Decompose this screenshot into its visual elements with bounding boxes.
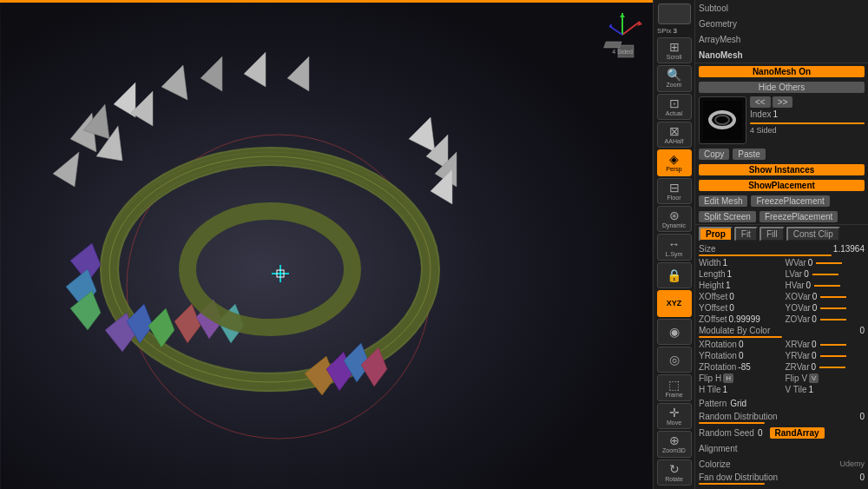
alignment-label: Alignment xyxy=(699,444,737,453)
nav-prev-button[interactable]: << xyxy=(750,96,771,108)
persp-tool-button[interactable]: ◈ Persp xyxy=(657,149,692,175)
lock-button[interactable]: 🔒 xyxy=(657,262,692,288)
zrvar-label: ZRVar xyxy=(786,362,810,372)
geometry-row: Geometry xyxy=(695,16,868,31)
show-instances-row: Show Instances xyxy=(695,162,868,177)
random-dist-slider[interactable] xyxy=(699,422,765,424)
index-slider[interactable] xyxy=(750,122,865,124)
aahalf-tool-button[interactable]: ⊠ AAHalf xyxy=(657,122,692,148)
prop-tab-button[interactable]: Prop xyxy=(699,227,733,241)
edit-mesh-button[interactable]: Edit Mesh xyxy=(699,195,747,207)
preview-row: << >> Index 1 4 Sided xyxy=(695,95,868,146)
flipv-button[interactable]: V xyxy=(809,373,819,383)
nanomesh-on-button[interactable]: NanoMesh On xyxy=(699,66,865,77)
floor-label: Floor xyxy=(667,195,681,201)
yovar-label: YOVar xyxy=(786,303,811,313)
show-instances-button[interactable]: Show Instances xyxy=(699,164,865,175)
fan-dow-slider[interactable] xyxy=(699,483,765,485)
rotate-icon: ↻ xyxy=(669,463,680,475)
zrotation-row: ZRotation -85 ZRVar 0 xyxy=(695,361,868,373)
zoom3d-label: Zoom3D xyxy=(662,447,686,453)
nav-next-button[interactable]: >> xyxy=(773,96,793,108)
lsym-label: L.Sym xyxy=(666,251,683,257)
dynamic-label: Dynamic xyxy=(662,222,686,228)
zrvar-value: 0 xyxy=(811,362,816,372)
const-clip-tab-button[interactable]: Const Clip xyxy=(786,227,840,241)
floor-tool-button[interactable]: ⊟ Floor xyxy=(657,178,692,204)
hvar-label: HVar xyxy=(786,281,805,290)
bpr-button[interactable] xyxy=(658,3,691,24)
svg-rect-0 xyxy=(1,0,652,489)
viewport[interactable]: 4 Sided xyxy=(0,0,653,489)
light2-icon: ◎ xyxy=(669,354,680,366)
zovar-slider[interactable] xyxy=(820,319,846,320)
right-toolbar: SPix 3 ⊞ Scroll 🔍 Zoom ⊡ Actual ⊠ AAHalf… xyxy=(653,0,694,489)
lsym-tool-button[interactable]: ↔ L.Sym xyxy=(657,234,692,260)
scroll-tool-button[interactable]: ⊞ Scroll xyxy=(657,37,692,63)
show-placement-row: ShowPlacement xyxy=(695,177,868,193)
xoffset-value: 0 xyxy=(729,292,734,301)
size-slider[interactable] xyxy=(699,254,832,256)
xovar-value: 0 xyxy=(812,292,818,301)
wvar-slider[interactable] xyxy=(816,262,842,264)
fill-tab-button[interactable]: Fill xyxy=(760,227,785,241)
yrvar-slider[interactable] xyxy=(820,355,846,357)
xyz-button[interactable]: XYZ xyxy=(657,290,692,316)
randarray-button[interactable]: RandArray xyxy=(770,427,825,439)
height-label: Height xyxy=(699,281,724,290)
zoffset-row: ZOffset 0.99999 ZOVar 0 xyxy=(695,314,868,325)
move-button[interactable]: ✛ Move xyxy=(657,403,692,429)
light2-button[interactable]: ◎ xyxy=(657,347,692,373)
svg-rect-45 xyxy=(604,42,622,48)
hvar-slider[interactable] xyxy=(814,285,840,287)
split-screen-button[interactable]: Split Screen xyxy=(699,211,756,222)
zrvar-slider[interactable] xyxy=(819,367,845,368)
nanomesh-preview-image xyxy=(703,101,742,140)
fliph-label: Flip H xyxy=(699,373,721,383)
index-label: Index xyxy=(750,109,771,119)
hide-others-row: Hide Others xyxy=(695,79,868,95)
paste-button[interactable]: Paste xyxy=(733,149,766,160)
fit-tab-button[interactable]: Fit xyxy=(734,227,758,241)
frame-icon: ⬚ xyxy=(668,379,680,391)
xrvar-slider[interactable] xyxy=(820,344,846,346)
spix-row: SPix 3 xyxy=(655,26,693,36)
frame-button[interactable]: ⬚ Frame xyxy=(657,374,692,400)
dynamic-tool-button[interactable]: ⊛ Dynamic xyxy=(657,206,692,232)
zoom-tool-button[interactable]: 🔍 Zoom xyxy=(657,65,692,91)
yovar-slider[interactable] xyxy=(820,307,846,309)
pattern-value: Grid xyxy=(730,399,746,408)
actual-label: Actual xyxy=(666,110,682,116)
modulate-row: Modulate By Color 0 xyxy=(695,325,868,339)
prop-tabs: Prop Fit Fill Const Clip xyxy=(695,225,868,243)
actual-tool-button[interactable]: ⊡ Actual xyxy=(657,94,692,120)
light1-icon: ◉ xyxy=(669,326,680,338)
aahalf-icon: ⊠ xyxy=(669,125,680,137)
freeze-placement-button[interactable]: FreezePlacement xyxy=(751,195,829,207)
show-placement-button[interactable]: ShowPlacement xyxy=(699,180,865,191)
hide-others-button[interactable]: Hide Others xyxy=(699,82,865,93)
persp-label: Persp xyxy=(666,166,681,172)
length-label: Length xyxy=(699,269,726,279)
right-panel: Subtool Geometry ArrayMesh NanoMesh Nano… xyxy=(694,0,868,489)
modulate-slider[interactable] xyxy=(699,336,782,338)
fliph-button[interactable]: H xyxy=(723,373,733,383)
preview-controls: << >> Index 1 4 Sided xyxy=(750,96,865,135)
zoom3d-button[interactable]: ⊕ Zoom3D xyxy=(657,431,692,457)
light1-button[interactable]: ◉ xyxy=(657,319,692,345)
lvar-slider[interactable] xyxy=(812,274,838,275)
flipv-label: Flip V xyxy=(786,373,808,383)
xovar-label: XOVar xyxy=(786,292,811,301)
nanomesh-preview xyxy=(699,96,746,144)
freeze-placement-button2[interactable]: FreezePlacement xyxy=(760,211,838,222)
xovar-slider[interactable] xyxy=(820,296,846,298)
random-dist-value: 0 xyxy=(859,412,865,421)
random-seed-value: 0 xyxy=(758,428,763,438)
fan-dow-value: 0 xyxy=(859,472,865,482)
fan-dow-label: Fan dow Distribution xyxy=(699,472,778,482)
zrotation-value: -85 xyxy=(738,362,750,372)
index-value: 1 xyxy=(773,109,778,119)
rotate-button[interactable]: ↻ Rotate xyxy=(657,459,692,486)
copy-button[interactable]: Copy xyxy=(699,149,729,160)
htile-value: 1 xyxy=(723,385,728,394)
